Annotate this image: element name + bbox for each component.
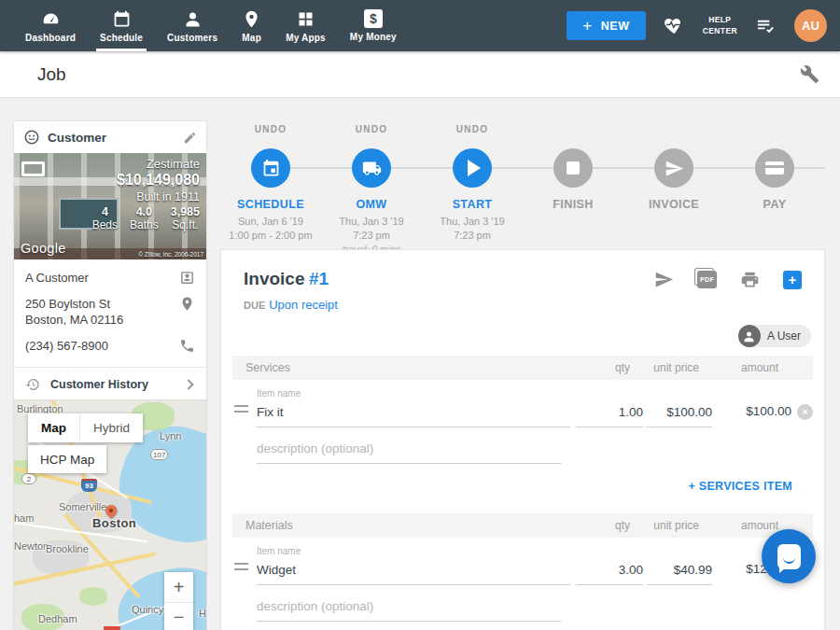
property-stats: 4Beds 4.0Baths 3,985Sq.ft. [92,205,200,231]
map-park [79,587,107,606]
chat-bubble-icon [777,544,801,569]
material-name-input[interactable] [257,563,570,585]
send-plane-icon [665,159,684,178]
print-icon[interactable] [740,270,760,289]
location-pin-icon[interactable] [179,296,195,312]
send-invoice-icon[interactable] [654,270,674,289]
customer-history-link[interactable]: Customer History [14,367,206,401]
add-invoice-item-button[interactable]: + [783,271,802,289]
undo-schedule-button[interactable]: UNDO [255,124,287,136]
service-name-input[interactable] [257,405,570,427]
services-title: Services [245,361,563,374]
unit-price-column [647,405,712,427]
help-center-link[interactable]: HELP CENTER [703,15,737,35]
remove-service-button[interactable]: × [797,404,813,420]
user-avatar[interactable]: AU [794,9,827,42]
undo-omw-button[interactable]: UNDO [356,124,388,136]
service-description-input[interactable] [257,441,561,464]
map-button-hybrid[interactable]: Hybrid [80,413,143,442]
contact-card-icon[interactable] [179,270,195,286]
step-label: SCHEDULE [237,198,304,211]
pay-step-button[interactable] [755,148,794,188]
stop-icon [567,161,580,175]
assignee-name: A User [767,329,801,343]
assignee-chip[interactable]: A User [738,325,811,347]
customer-phone: (234) 567-8900 [25,338,179,354]
streetview-frame-icon[interactable] [21,161,45,176]
built-year: Built in 1911 [92,190,200,203]
drag-handle-icon[interactable] [234,563,248,570]
heart-pulse-icon[interactable] [664,15,685,36]
timeline-step-pay: PAY [724,124,825,257]
material-description-input[interactable] [257,599,561,622]
nav-item-customers[interactable]: Customers [155,0,230,51]
due-value-link[interactable]: Upon receipt [269,298,338,312]
invoice-step-button[interactable] [654,148,693,188]
chat-launcher-button[interactable] [762,529,816,583]
map-label-brookline: Brookline [46,543,89,554]
nav-item-my-apps[interactable]: My Apps [273,0,338,51]
invoice-title: Invoice [244,269,304,288]
pdf-icon[interactable]: PDF [697,271,717,288]
apps-grid-icon [296,9,315,29]
customer-name-row: A Customer [25,270,195,286]
mini-map[interactable]: Burlington Lynn Somerville ham Boston Ne… [13,399,207,630]
nav-item-map[interactable]: Map [230,0,273,51]
hcp-map-button[interactable]: HCP Map [28,445,106,473]
schedule-step-button[interactable] [251,148,290,188]
edit-pencil-icon[interactable] [183,131,197,145]
invoice-header: Invoice #1 DUEUpon receipt PDF + [221,250,824,313]
start-step-button[interactable] [453,148,492,188]
map-label-boston: Boston [92,516,136,530]
timeline-step-finish: FINISH [523,124,623,257]
add-services-item-link[interactable]: + SERVICES ITEM [221,480,792,493]
map-zoom-control: + − [164,572,193,630]
help-line1: HELP [703,15,737,25]
nav-item-my-money[interactable]: $ My Money [338,0,409,51]
map-road [104,626,120,630]
invoice-card: Invoice #1 DUEUpon receipt PDF + A User … [220,249,825,630]
col-amount: amount [699,361,778,374]
nav-item-dashboard[interactable]: Dashboard [13,0,88,51]
map-label-partial-right: Hi [199,608,207,619]
customer-card: Customer Zestimate $10,149,080 Built in … [13,120,207,402]
property-photo[interactable]: Zestimate $10,149,080 Built in 1911 4Bed… [14,153,206,259]
col-unit-price: unit price [634,361,699,374]
invoice-number[interactable]: #1 [309,269,329,288]
list-check-icon[interactable] [755,15,777,36]
omw-step-button[interactable] [352,148,391,188]
zoom-out-button[interactable]: − [164,602,193,630]
job-tools-icon[interactable] [800,64,819,84]
due-label: DUE [244,300,265,311]
undo-start-button[interactable]: UNDO [456,124,489,136]
customer-face-icon [23,129,40,146]
customer-phone-row: (234) 567-8900 [25,338,195,354]
map-label-lynn: Lynn [160,430,181,441]
job-timeline: UNDO SCHEDULE Sun, Jan 6 '191:00 pm - 2:… [220,124,825,257]
map-label-partial-left: ham [14,512,34,524]
service-unit-price-input[interactable] [647,405,712,427]
services-header: Services qty unit price amount [232,356,813,380]
nav-label: Dashboard [25,33,76,43]
new-button[interactable]: + NEW [567,11,646,40]
phone-icon[interactable] [179,338,195,354]
zoom-in-button[interactable]: + [164,572,193,602]
calendar-icon [112,9,132,29]
service-qty-input[interactable] [576,405,643,427]
timeline-step-schedule: UNDO SCHEDULE Sun, Jan 6 '191:00 pm - 2:… [220,124,321,257]
map-label-newton: Newton [14,540,49,552]
drag-handle-icon[interactable] [234,405,248,413]
material-line-item: Item name $122.97 [232,546,813,585]
col-amount: amount [699,519,778,532]
map-button-map[interactable]: Map [28,413,80,442]
material-unit-price-input[interactable] [647,563,712,585]
customer-info: A Customer 250 Boylston StBoston, MA 021… [14,259,206,367]
credit-card-icon [765,161,784,175]
nav-item-schedule[interactable]: Schedule [88,0,155,51]
material-qty-input[interactable] [576,563,643,585]
help-line2: CENTER [703,26,737,36]
map-pin-icon [242,9,261,29]
step-label: INVOICE [649,198,699,211]
finish-step-button[interactable] [553,148,593,188]
customer-card-header: Customer [14,121,206,153]
